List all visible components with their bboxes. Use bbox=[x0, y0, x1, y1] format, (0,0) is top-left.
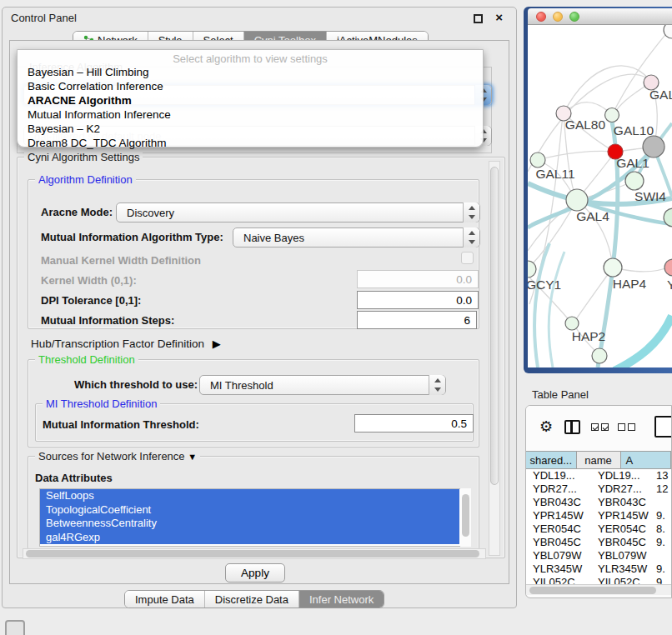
table-cell[interactable]: YPR145W bbox=[533, 509, 584, 522]
node-gal10[interactable] bbox=[605, 108, 619, 122]
dropdown-item[interactable]: Bayesian – Hill Climbing bbox=[28, 66, 149, 80]
collapsed-panel-icon[interactable] bbox=[5, 620, 25, 635]
node-green-bottom[interactable] bbox=[592, 348, 607, 363]
list-item[interactable]: TopologicalCoefficient bbox=[40, 503, 459, 518]
table-row[interactable]: YBL079WYBL079W bbox=[526, 549, 671, 562]
close-traffic-light-icon[interactable] bbox=[536, 12, 546, 22]
dropdown-item[interactable]: Basic Correlation Inference bbox=[28, 80, 163, 94]
mi-algorithm-type-label: Mutual Information Algorithm Type: bbox=[41, 231, 223, 243]
table-horizontal-scrollbar[interactable] bbox=[526, 584, 671, 595]
dpi-tolerance-label: DPI Tolerance [0,1]: bbox=[41, 294, 141, 307]
mi-steps-input[interactable]: 6 bbox=[357, 311, 477, 329]
table-row[interactable]: YPR145WYPR145W9. bbox=[526, 509, 671, 522]
list-item[interactable]: SelfLoops bbox=[40, 489, 459, 503]
sources-title[interactable]: Sources for Network Inference ▼ bbox=[35, 450, 200, 462]
attributes-scrollbar[interactable] bbox=[460, 488, 471, 547]
dropdown-item-selected[interactable]: ARACNE Algorithm bbox=[28, 94, 132, 108]
column-header-name[interactable]: name bbox=[577, 451, 621, 469]
table-row[interactable]: YLR345WYLR345W9. bbox=[526, 562, 671, 576]
mi-algorithm-type-combobox[interactable]: Naive Bayes bbox=[233, 228, 480, 248]
table-cell[interactable]: YIL052C bbox=[598, 576, 640, 584]
table-cell[interactable]: 9. bbox=[656, 536, 665, 548]
column-header-shared-name[interactable]: shared... bbox=[526, 451, 577, 469]
hub-definition-toggle[interactable]: Hub/Transcription Factor Definition ▶ bbox=[31, 338, 221, 350]
table-cell[interactable]: 13 bbox=[656, 469, 668, 482]
node-gal11[interactable] bbox=[530, 152, 545, 168]
table-cell[interactable]: 12 bbox=[656, 482, 668, 495]
table-cell[interactable]: YLR345W bbox=[533, 562, 582, 575]
table-row[interactable]: YER054CYER054C8. bbox=[526, 522, 671, 536]
node-swi4[interactable] bbox=[625, 172, 644, 190]
table-cell[interactable]: YPR145W bbox=[598, 509, 649, 522]
tab-impute-data[interactable]: Impute Data bbox=[125, 591, 205, 608]
table-cell[interactable]: 9. bbox=[656, 562, 665, 575]
table-row[interactable]: YDR27...YDR27...12 bbox=[526, 482, 671, 496]
data-attributes-label: Data Attributes bbox=[35, 472, 113, 484]
select-all-columns-icon[interactable] bbox=[591, 423, 609, 431]
table-cell[interactable]: 8. bbox=[656, 522, 665, 535]
node-hap4[interactable] bbox=[604, 258, 622, 277]
table-cell[interactable]: YDL19... bbox=[598, 469, 640, 482]
table-cell[interactable]: YBR043C bbox=[598, 496, 646, 508]
node-gray[interactable] bbox=[643, 136, 664, 158]
list-item[interactable]: BetweennessCentrality bbox=[40, 517, 459, 531]
network-canvas[interactable]: GALGAL80GAL10GAL1GAL11SWI4GAL4GCY1HAP4YH… bbox=[528, 25, 672, 368]
dpi-tolerance-input[interactable]: 0.0 bbox=[357, 291, 479, 309]
mi-steps-label: Mutual Information Steps: bbox=[41, 314, 174, 327]
node-gal4[interactable] bbox=[566, 189, 588, 211]
float-panel-icon[interactable] bbox=[474, 14, 483, 23]
node-top-arc[interactable] bbox=[664, 25, 672, 38]
panel-title: Control Panel bbox=[11, 12, 77, 24]
settings-vertical-scrollbar[interactable] bbox=[489, 161, 500, 556]
column-view-icon[interactable] bbox=[564, 420, 580, 434]
table-row[interactable]: YDL19...YDL19...13 bbox=[526, 469, 671, 482]
export-table-icon[interactable] bbox=[654, 416, 672, 438]
table-cell[interactable]: YLR345W bbox=[598, 562, 647, 575]
table-cell[interactable]: YBR045C bbox=[598, 536, 646, 548]
algorithm-definition-group: Algorithm Definition Aracne Mode: Discov… bbox=[28, 179, 479, 329]
table-cell[interactable]: YBL079W bbox=[598, 549, 647, 562]
node-gcy1[interactable] bbox=[528, 261, 536, 278]
table-cell[interactable]: YBL079W bbox=[533, 549, 582, 562]
table-cell[interactable]: YER054C bbox=[533, 522, 581, 535]
dropdown-item[interactable]: Mutual Information Inference bbox=[28, 108, 171, 122]
dropdown-item[interactable]: Dream8 DC_TDC Algorithm bbox=[28, 137, 167, 151]
close-icon[interactable]: × bbox=[495, 10, 503, 24]
network-node-label: Y bbox=[667, 278, 672, 292]
mi-threshold-group: MI Threshold Definition Mutual Informati… bbox=[35, 403, 474, 442]
manual-kernel-width-checkbox[interactable] bbox=[461, 252, 474, 264]
mi-threshold-input[interactable]: 0.5 bbox=[354, 414, 474, 432]
list-item[interactable]: gal4RGexp bbox=[40, 531, 459, 545]
table-cell[interactable]: 9. bbox=[656, 509, 665, 522]
table-row[interactable]: YBR045CYBR045C9. bbox=[526, 536, 671, 549]
aracne-mode-combobox[interactable]: Discovery bbox=[116, 202, 480, 222]
table-cell[interactable]: YDR27... bbox=[598, 482, 642, 495]
zoom-traffic-light-icon[interactable] bbox=[569, 12, 579, 22]
network-node-label: GCY1 bbox=[528, 278, 561, 292]
column-header-partial[interactable]: A bbox=[621, 451, 672, 469]
table-cell[interactable]: YIL052C bbox=[533, 576, 575, 584]
tab-infer-network[interactable]: Infer Network bbox=[299, 591, 384, 608]
apply-button[interactable]: Apply bbox=[225, 563, 285, 582]
table-cell[interactable]: YDR27... bbox=[533, 482, 577, 495]
manual-kernel-width-label: Manual Kernel Width Definition bbox=[41, 254, 201, 267]
table-cell[interactable]: YDL19... bbox=[533, 469, 575, 482]
kernel-width-input[interactable]: 0.0 bbox=[357, 270, 479, 288]
table-row[interactable]: YIL052CYIL052C9 bbox=[526, 576, 671, 584]
table-cell[interactable]: YER054C bbox=[598, 522, 646, 535]
settings-horizontal-scrollbar[interactable] bbox=[23, 548, 486, 559]
network-window-titlebar[interactable] bbox=[528, 8, 672, 25]
gear-icon[interactable]: ⚙ bbox=[539, 419, 553, 434]
unselect-all-columns-icon[interactable] bbox=[618, 423, 635, 431]
table-cell[interactable]: 9 bbox=[656, 576, 662, 584]
dropdown-item[interactable]: Bayesian – K2 bbox=[28, 122, 100, 137]
table-cell[interactable]: YBR045C bbox=[533, 536, 581, 548]
table-row[interactable]: YBR043CYBR043C bbox=[526, 496, 671, 509]
which-threshold-combobox[interactable]: MI Threshold bbox=[199, 375, 446, 395]
network-view-window[interactable]: GALGAL80GAL10GAL1GAL11SWI4GAL4GCY1HAP4YH… bbox=[524, 7, 672, 373]
tab-discretize-data[interactable]: Discretize Data bbox=[205, 591, 299, 608]
node-pink-right[interactable] bbox=[664, 259, 672, 276]
minimize-traffic-light-icon[interactable] bbox=[553, 12, 563, 22]
node-hap2[interactable] bbox=[565, 317, 579, 330]
table-cell[interactable]: YBR043C bbox=[533, 496, 581, 508]
